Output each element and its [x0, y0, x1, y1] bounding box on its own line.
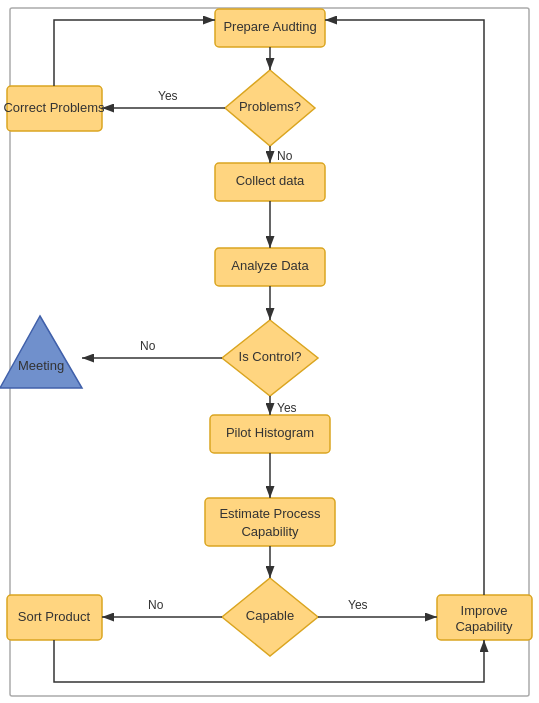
- improve-capability-label1: Improve: [461, 603, 508, 618]
- correct-problems-label: Correct Problems: [3, 100, 105, 115]
- flowchart-svg: Prepare Audting Problems? Correct Proble…: [0, 0, 539, 703]
- pilot-histogram-label: Pilot Histogram: [226, 425, 314, 440]
- capable-label: Capable: [246, 608, 294, 623]
- meeting-node: [0, 316, 82, 388]
- estimate-process-label: Estimate Process: [219, 506, 321, 521]
- yes1-label: Yes: [158, 89, 178, 103]
- improve-capability-label2: Capability: [455, 619, 513, 634]
- sort-product-label: Sort Product: [18, 609, 91, 624]
- meeting-label: Meeting: [18, 358, 64, 373]
- is-control-label: Is Control?: [239, 349, 302, 364]
- problems-label: Problems?: [239, 99, 301, 114]
- prepare-auditing-label: Prepare Audting: [223, 19, 316, 34]
- yes2-label: Yes: [277, 401, 297, 415]
- diagram-container: Prepare Audting Problems? Correct Proble…: [0, 0, 539, 703]
- no2-label: No: [140, 339, 156, 353]
- yes3-label: Yes: [348, 598, 368, 612]
- estimate-capability-label: Capability: [241, 524, 299, 539]
- no1-label: No: [277, 149, 293, 163]
- collect-data-label: Collect data: [236, 173, 305, 188]
- analyze-data-label: Analyze Data: [231, 258, 309, 273]
- no3-label: No: [148, 598, 164, 612]
